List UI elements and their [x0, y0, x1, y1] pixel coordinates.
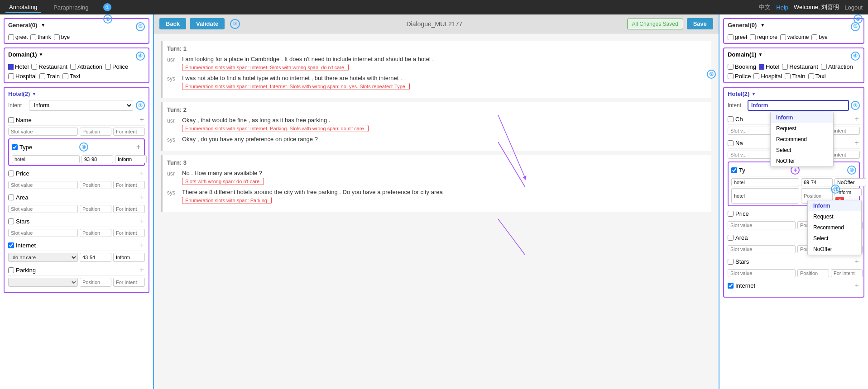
domain-hospital[interactable]: Hospital	[8, 73, 37, 80]
left-slot-stars-value[interactable]	[8, 229, 78, 237]
left-slot-internet-add[interactable]: +	[139, 241, 145, 249]
right-domain-attraction[interactable]: Attraction	[821, 63, 853, 70]
right-slot-ch-cb[interactable]	[728, 116, 734, 122]
domain-attraction[interactable]: Attraction	[70, 63, 102, 70]
intent-opt-select[interactable]: Select	[771, 145, 833, 156]
tag-greet[interactable]: greet	[8, 34, 28, 40]
left-slot-name-add[interactable]: +	[139, 116, 145, 124]
right-domain-hotel[interactable]: Hotel	[759, 63, 779, 70]
right-slot-ty-value1[interactable]	[731, 178, 799, 186]
validate-button[interactable]: Validate	[190, 18, 225, 29]
right-intent-input[interactable]	[748, 100, 849, 111]
right-slot-na-cb[interactable]	[728, 140, 734, 146]
left-slot-parking-value-select[interactable]	[8, 278, 78, 287]
right-domain-train[interactable]: Train	[785, 73, 805, 80]
left-slot-area-add[interactable]: +	[139, 193, 145, 201]
left-slot-type-value[interactable]	[12, 155, 80, 163]
row-intent-inform[interactable]: Inform	[808, 200, 861, 211]
left-slot-name-value[interactable]	[8, 128, 78, 136]
left-slot-internet-cb[interactable]	[8, 242, 14, 248]
right-domain-restaurant[interactable]: Restaurant	[782, 63, 818, 70]
domain-taxi-cb[interactable]	[62, 73, 68, 79]
right-tag-welcome-cb[interactable]	[780, 34, 786, 40]
left-slot-area-position[interactable]	[80, 205, 111, 213]
back-button[interactable]: Back	[159, 18, 186, 29]
right-domain-title[interactable]: Domain(1)	[728, 51, 757, 58]
right-domain-attraction-cb[interactable]	[821, 64, 827, 70]
left-slot-internet-intent[interactable]	[113, 253, 145, 262]
left-slot-area-value[interactable]	[8, 205, 78, 213]
row-intent-nooffer[interactable]: NoOffer	[808, 244, 861, 255]
help-link[interactable]: Help	[776, 4, 788, 11]
right-tag-bye-cb[interactable]	[811, 34, 817, 40]
left-slot-type-add[interactable]: +	[135, 143, 141, 151]
right-slot-internet-cb[interactable]	[728, 283, 734, 289]
logout-link[interactable]: Logout	[844, 4, 863, 11]
save-button[interactable]: Save	[687, 18, 713, 29]
right-slot-area-cb[interactable]	[728, 235, 734, 241]
left-slot-parking-add[interactable]: +	[139, 266, 145, 274]
right-slot-internet-add[interactable]: +	[854, 281, 860, 289]
tag-greet-cb[interactable]	[8, 34, 14, 40]
right-domain-booking-cb[interactable]	[728, 64, 734, 70]
left-general-title[interactable]: General(0)	[8, 22, 37, 28]
left-slot-price-cb[interactable]	[8, 171, 14, 176]
left-slot-type-position[interactable]	[82, 155, 113, 163]
domain-train[interactable]: Train	[39, 73, 60, 80]
right-slot-stars-intent[interactable]	[831, 269, 863, 277]
tag-thank[interactable]: thank	[30, 34, 51, 40]
domain-restaurant-cb[interactable]	[31, 64, 37, 70]
domain-hospital-cb[interactable]	[8, 73, 14, 79]
right-slot-ty-cb[interactable]	[731, 167, 737, 173]
domain-restaurant[interactable]: Restaurant	[31, 63, 67, 70]
row-intent-recommend[interactable]: Recommend	[808, 222, 861, 233]
paraphrasing-tab[interactable]: Paraphrasing	[50, 2, 92, 13]
right-tag-greet-cb[interactable]	[728, 34, 734, 40]
left-slot-stars-cb[interactable]	[8, 218, 14, 224]
left-slot-stars-add[interactable]: +	[139, 217, 145, 225]
left-slot-internet-position[interactable]	[80, 253, 111, 262]
left-slot-price-position[interactable]	[80, 181, 111, 189]
right-tag-welcome[interactable]: welcome	[780, 34, 809, 40]
right-tag-greet[interactable]: greet	[728, 34, 747, 40]
right-general-title[interactable]: General(0)	[728, 22, 757, 28]
lang-switch[interactable]: 中文	[759, 3, 771, 11]
left-slot-type-intent[interactable]	[115, 155, 147, 163]
right-domain-taxi[interactable]: Taxi	[808, 73, 826, 80]
right-slot-ty-intent1[interactable]	[834, 178, 866, 186]
right-slot-stars-add[interactable]: +	[854, 257, 860, 266]
intent-opt-recommend[interactable]: Recommend	[771, 134, 833, 145]
right-tag-reqmore[interactable]: reqmore	[750, 34, 777, 40]
domain-attraction-cb[interactable]	[70, 64, 76, 70]
domain-hotel[interactable]: Hotel	[8, 63, 29, 70]
right-domain-police-cb[interactable]	[728, 73, 734, 79]
right-slot-price-value[interactable]	[728, 221, 796, 229]
right-domain-train-cb[interactable]	[785, 73, 791, 79]
left-slot-parking-position[interactable]	[80, 278, 111, 287]
intent-opt-request[interactable]: Request	[771, 123, 833, 134]
row-intent-request[interactable]: Request	[808, 211, 861, 222]
right-slot-stars-value[interactable]	[728, 269, 796, 277]
domain-train-cb[interactable]	[39, 73, 45, 79]
right-domain-booking[interactable]: Booking	[728, 63, 756, 70]
domain-taxi[interactable]: Taxi	[62, 73, 80, 80]
left-slot-parking-cb[interactable]	[8, 267, 14, 273]
right-slot-ty-plus[interactable]: +	[791, 166, 800, 175]
right-domain-taxi-cb[interactable]	[808, 73, 814, 79]
right-domain-restaurant-cb[interactable]	[782, 64, 788, 70]
left-slot-name-cb[interactable]	[8, 117, 14, 123]
right-domain-hospital[interactable]: Hospital	[753, 73, 782, 80]
tag-bye[interactable]: bye	[54, 34, 70, 40]
left-slot-name-intent[interactable]	[113, 128, 145, 136]
right-tag-bye[interactable]: bye	[811, 34, 827, 40]
left-slot-type-cb[interactable]	[12, 144, 18, 150]
annotating-tab[interactable]: Annotating	[5, 2, 41, 13]
right-slot-na-add[interactable]: +	[854, 139, 860, 147]
right-slot-ty-value2[interactable]	[731, 188, 799, 204]
left-slot-parking-intent[interactable]	[113, 278, 145, 287]
domain-police[interactable]: Police	[105, 63, 128, 70]
intent-opt-inform[interactable]: Inform	[771, 112, 833, 123]
left-intent-select[interactable]: Inform Request Recommend Select NoOffer	[29, 100, 133, 111]
right-slot-ty-pos1[interactable]	[801, 178, 833, 186]
left-slot-internet-value-select[interactable]: do n't care	[8, 253, 78, 262]
